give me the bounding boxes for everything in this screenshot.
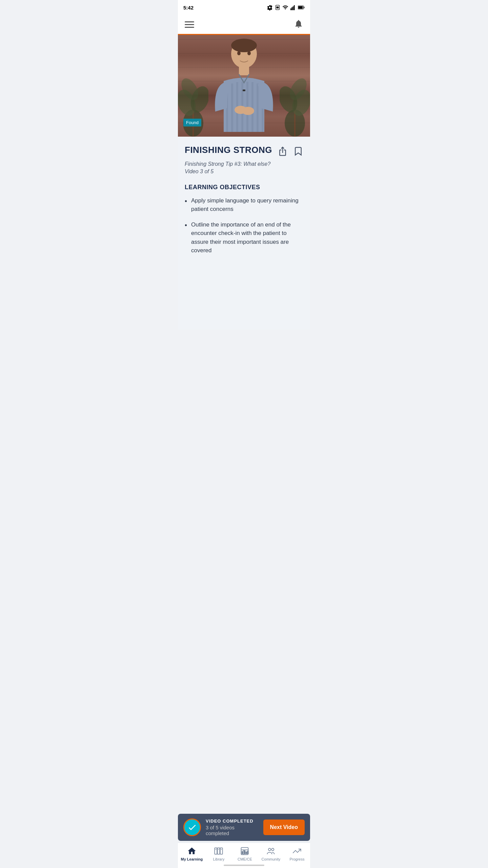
battery-icon [298,5,305,10]
svg-rect-7 [304,7,304,8]
svg-point-20 [231,39,257,52]
signal-icon [290,5,296,10]
objectives-list: Apply simple language to query remaining… [185,196,303,255]
menu-button[interactable] [185,21,194,28]
svg-rect-2 [290,8,291,10]
svg-rect-8 [298,6,303,9]
svg-rect-21 [239,67,249,75]
course-subtitle: Finishing Strong Tip #3: What else? Vide… [185,160,303,176]
objective-item-2: Outline the importance of an end of the … [185,220,303,255]
svg-rect-3 [291,7,292,10]
video-player[interactable]: Found [178,35,310,137]
hamburger-line-2 [185,24,194,25]
status-bar: 5:42 [178,0,310,15]
title-row: FINISHING STRONG [185,145,303,158]
wifi-icon [282,4,288,11]
bell-icon[interactable] [294,19,303,30]
svg-rect-26 [243,90,245,91]
bookmark-button[interactable] [293,146,303,158]
hamburger-line-3 [185,27,194,28]
svg-rect-4 [293,6,294,10]
status-time: 5:42 [183,5,194,11]
sim-icon [275,5,280,10]
video-caption: Found [183,119,201,126]
svg-rect-5 [294,5,295,10]
app-header [178,15,310,35]
settings-icon [267,4,273,11]
action-icons [278,146,303,158]
hamburger-line-1 [185,21,194,22]
svg-point-25 [247,51,251,55]
svg-point-24 [237,51,241,55]
content-area: FINISHING STRONG Finishing Strong Tip #3… [178,137,310,330]
course-title: FINISHING STRONG [185,145,278,155]
plant-right [280,62,310,137]
share-button[interactable] [278,146,288,158]
svg-point-23 [242,107,254,115]
video-presenter [210,37,278,137]
learning-objectives-title: LEARNING OBJECTIVES [185,184,303,191]
status-icons [267,4,305,11]
svg-rect-1 [277,6,279,8]
objective-item-1: Apply simple language to query remaining… [185,196,303,214]
